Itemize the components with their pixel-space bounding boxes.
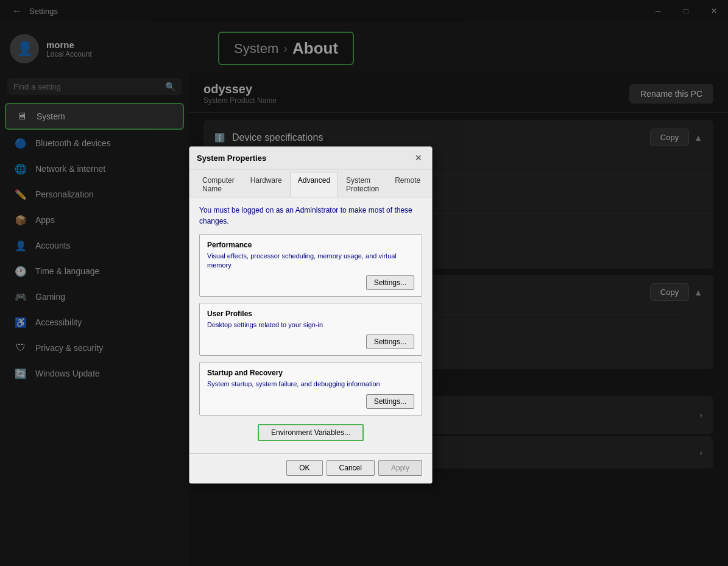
dialog-content: You must be logged on as an Administrato…: [189, 197, 432, 453]
startup-recovery-desc: System startup, system failure, and debu…: [207, 380, 414, 389]
performance-desc: Visual effects, processor scheduling, me…: [207, 252, 414, 271]
user-profiles-title: User Profiles: [207, 310, 414, 318]
tab-computer-name[interactable]: Computer Name: [194, 172, 242, 197]
user-profiles-section: User Profiles Desktop settings related t…: [199, 303, 422, 356]
user-profiles-desc: Desktop settings related to your sign-in: [207, 320, 414, 330]
tab-advanced[interactable]: Advanced: [290, 172, 338, 197]
dialog-tabs: Computer Name Hardware Advanced System P…: [189, 169, 432, 197]
performance-title: Performance: [207, 241, 414, 249]
tab-system-protection[interactable]: System Protection: [338, 172, 387, 197]
dialog-notice: You must be logged on as an Administrato…: [199, 205, 422, 227]
startup-recovery-section: Startup and Recovery System startup, sys…: [199, 362, 422, 415]
startup-recovery-settings-button[interactable]: Settings...: [366, 394, 414, 409]
dialog-footer: OK Cancel Apply: [189, 453, 432, 483]
dialog-titlebar: System Properties ✕: [189, 147, 432, 169]
user-profiles-settings-button[interactable]: Settings...: [366, 334, 414, 349]
dialog-title: System Properties: [197, 154, 266, 163]
performance-settings-button[interactable]: Settings...: [366, 275, 414, 290]
dialog-cancel-button[interactable]: Cancel: [327, 460, 375, 476]
tab-hardware[interactable]: Hardware: [242, 172, 290, 197]
environment-variables-button[interactable]: Environment Variables...: [258, 424, 364, 441]
env-btn-row: Environment Variables...: [199, 422, 422, 446]
dialog-ok-button[interactable]: OK: [286, 460, 322, 476]
system-properties-dialog: System Properties ✕ Computer Name Hardwa…: [189, 146, 433, 484]
dialog-overlay: System Properties ✕ Computer Name Hardwa…: [0, 0, 728, 566]
dialog-apply-button[interactable]: Apply: [378, 460, 422, 476]
performance-section: Performance Visual effects, processor sc…: [199, 234, 422, 297]
dialog-close-button[interactable]: ✕: [412, 152, 425, 164]
startup-recovery-title: Startup and Recovery: [207, 369, 414, 377]
tab-remote[interactable]: Remote: [387, 172, 428, 197]
